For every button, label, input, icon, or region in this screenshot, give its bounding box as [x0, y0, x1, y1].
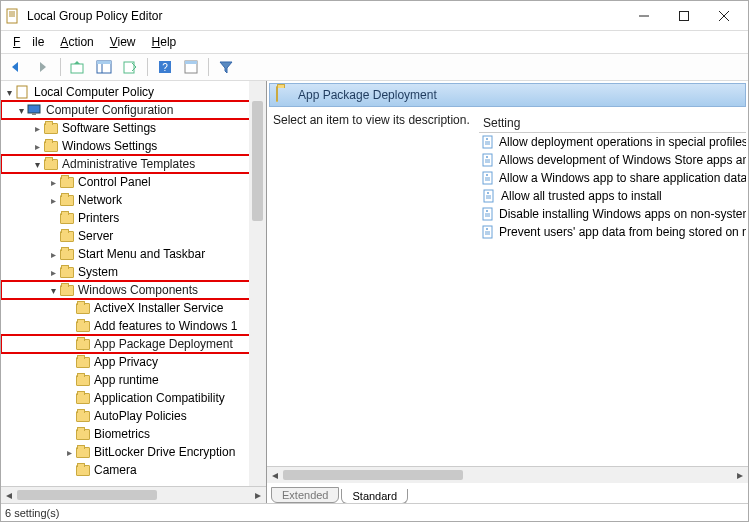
- list-item[interactable]: Disable installing Windows apps on non-s…: [479, 205, 746, 223]
- expand-icon[interactable]: ▸: [47, 177, 59, 188]
- tree-start-menu[interactable]: ▸ Start Menu and Taskbar: [1, 245, 266, 263]
- tree-camera[interactable]: Camera: [1, 461, 266, 479]
- tree-label: App Package Deployment: [94, 337, 233, 351]
- properties-button[interactable]: [179, 56, 203, 78]
- scroll-right-icon[interactable]: ▸: [250, 487, 266, 503]
- window: Local Group Policy Editor File Action Vi…: [0, 0, 749, 522]
- tree-app-privacy[interactable]: App Privacy: [1, 353, 266, 371]
- tree-vertical-scrollbar[interactable]: [249, 81, 266, 486]
- tree-label: Network: [78, 193, 122, 207]
- svg-rect-16: [185, 61, 197, 64]
- folder-icon: [59, 246, 75, 262]
- expand-icon[interactable]: [63, 303, 75, 314]
- export-button[interactable]: [118, 56, 142, 78]
- tree-control-panel[interactable]: ▸ Control Panel: [1, 173, 266, 191]
- tree-software-settings[interactable]: ▸ Software Settings: [1, 119, 266, 137]
- tree-server[interactable]: Server: [1, 227, 266, 245]
- scroll-right-icon[interactable]: ▸: [732, 467, 748, 483]
- svg-rect-5: [680, 11, 689, 20]
- expand-icon[interactable]: ▾: [47, 285, 59, 296]
- filter-button[interactable]: [214, 56, 238, 78]
- folder-icon: [75, 354, 91, 370]
- status-bar: 6 setting(s): [1, 503, 748, 521]
- expand-icon[interactable]: [63, 393, 75, 404]
- expand-icon[interactable]: ▸: [63, 447, 75, 458]
- folder-icon: [43, 138, 59, 154]
- expand-icon[interactable]: [63, 375, 75, 386]
- list-item[interactable]: Allow all trusted apps to install: [479, 187, 746, 205]
- tree-windows-settings[interactable]: ▸ Windows Settings: [1, 137, 266, 155]
- expand-icon[interactable]: ▸: [47, 267, 59, 278]
- tree-label: Start Menu and Taskbar: [78, 247, 205, 261]
- expand-icon[interactable]: ▸: [31, 123, 43, 134]
- tab-standard[interactable]: Standard: [341, 489, 408, 503]
- tree-bitlocker[interactable]: ▸ BitLocker Drive Encryption: [1, 443, 266, 461]
- tree-autoplay[interactable]: AutoPlay Policies: [1, 407, 266, 425]
- menu-file[interactable]: File: [7, 33, 50, 51]
- tree-horizontal-scrollbar[interactable]: ◂ ▸: [1, 486, 266, 503]
- expand-icon[interactable]: [47, 231, 59, 242]
- expand-icon[interactable]: ▾: [15, 105, 27, 116]
- detail-body: Select an item to view its description. …: [267, 113, 748, 466]
- close-button[interactable]: [704, 2, 744, 30]
- tree-activex[interactable]: ActiveX Installer Service: [1, 299, 266, 317]
- expand-icon[interactable]: [63, 465, 75, 476]
- svg-point-21: [486, 138, 488, 140]
- list-item[interactable]: Allows development of Windows Store apps…: [479, 151, 746, 169]
- menu-help[interactable]: Help: [146, 33, 183, 51]
- tree-app-runtime[interactable]: App runtime: [1, 371, 266, 389]
- expand-icon[interactable]: ▸: [47, 249, 59, 260]
- setting-label: Allow all trusted apps to install: [501, 189, 662, 203]
- detail-horizontal-scrollbar[interactable]: ◂ ▸: [267, 466, 748, 483]
- tree-administrative-templates[interactable]: ▾ Administrative Templates: [1, 155, 266, 173]
- list-item[interactable]: Allow a Windows app to share application…: [479, 169, 746, 187]
- minimize-button[interactable]: [624, 2, 664, 30]
- expand-icon[interactable]: [63, 411, 75, 422]
- folder-icon: [59, 282, 75, 298]
- tree-network[interactable]: ▸ Network: [1, 191, 266, 209]
- detail-heading: App Package Deployment: [269, 83, 746, 107]
- maximize-button[interactable]: [664, 2, 704, 30]
- toolbar-separator: [60, 58, 61, 76]
- expand-icon[interactable]: [63, 357, 75, 368]
- tree-label: App runtime: [94, 373, 159, 387]
- tree-root[interactable]: ▾ Local Computer Policy: [1, 83, 266, 101]
- back-button[interactable]: [5, 56, 29, 78]
- column-header-setting[interactable]: Setting: [479, 113, 746, 133]
- tree-add-features[interactable]: Add features to Windows 1: [1, 317, 266, 335]
- expand-icon[interactable]: ▸: [47, 195, 59, 206]
- window-buttons: [624, 1, 744, 30]
- list-item[interactable]: Prevent users' app data from being store…: [479, 223, 746, 241]
- tree-printers[interactable]: Printers: [1, 209, 266, 227]
- scroll-left-icon[interactable]: ◂: [1, 487, 17, 503]
- expand-icon[interactable]: [47, 213, 59, 224]
- tree-app-compat[interactable]: Application Compatibility: [1, 389, 266, 407]
- menu-view[interactable]: View: [104, 33, 142, 51]
- tree-computer-configuration[interactable]: ▾ Computer Configuration: [1, 101, 266, 119]
- svg-rect-18: [28, 105, 40, 113]
- up-button[interactable]: [66, 56, 90, 78]
- show-hide-tree-button[interactable]: [92, 56, 116, 78]
- tree-label: Administrative Templates: [62, 157, 195, 171]
- scroll-left-icon[interactable]: ◂: [267, 467, 283, 483]
- expand-icon[interactable]: [63, 321, 75, 332]
- expand-icon[interactable]: ▸: [31, 141, 43, 152]
- expand-icon[interactable]: ▾: [31, 159, 43, 170]
- tree-biometrics[interactable]: Biometrics: [1, 425, 266, 443]
- menu-action[interactable]: Action: [54, 33, 99, 51]
- folder-icon: [276, 87, 292, 103]
- help-button[interactable]: ?: [153, 56, 177, 78]
- detail-heading-text: App Package Deployment: [298, 88, 437, 102]
- tree-app-package-deployment[interactable]: App Package Deployment: [1, 335, 266, 353]
- settings-list[interactable]: Setting Allow deployment operations in s…: [479, 113, 746, 466]
- expand-icon[interactable]: [63, 339, 75, 350]
- tab-extended[interactable]: Extended: [271, 487, 339, 503]
- tree-windows-components[interactable]: ▾ Windows Components: [1, 281, 266, 299]
- list-item[interactable]: Allow deployment operations in special p…: [479, 133, 746, 151]
- forward-button[interactable]: [31, 56, 55, 78]
- expand-icon[interactable]: ▾: [3, 87, 15, 98]
- expand-icon[interactable]: [63, 429, 75, 440]
- policy-tree[interactable]: ▾ Local Computer Policy ▾ Computer Confi…: [1, 81, 266, 486]
- tree-system[interactable]: ▸ System: [1, 263, 266, 281]
- tree-label: ActiveX Installer Service: [94, 301, 223, 315]
